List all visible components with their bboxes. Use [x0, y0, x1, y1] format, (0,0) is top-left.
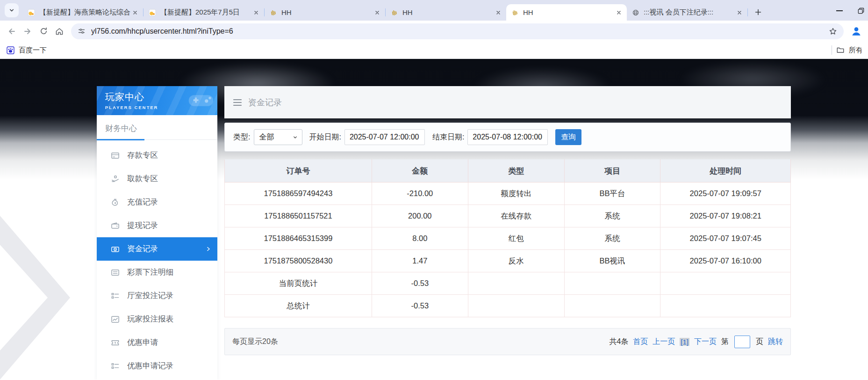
sidebar-item-promo-apply[interactable]: 优惠申请: [97, 331, 217, 354]
table-cell: 反水: [468, 250, 564, 272]
reload-button[interactable]: [36, 23, 51, 39]
sidebar-item-funds-record[interactable]: 资金记录: [97, 237, 217, 261]
table-cell: 2025-07-07 19:07:45: [660, 227, 791, 250]
sidebar-item-label: 厅室投注记录: [127, 291, 173, 301]
bookmark-star-button[interactable]: [826, 24, 840, 38]
tab-search-button[interactable]: [5, 3, 19, 17]
address-bar[interactable]: yl756.com/hhcp/usercenter.html?iniType=6: [71, 23, 844, 39]
browser-tab-2[interactable]: 【新提醒】2025年7月5日: [143, 4, 264, 21]
forum-favicon-icon: [149, 9, 156, 16]
type-select[interactable]: 全部: [254, 129, 302, 145]
sidebar-item-deposit[interactable]: 存款专区: [97, 144, 217, 167]
url-text[interactable]: yl756.com/hhcp/usercenter.html?iniType=6: [91, 27, 826, 36]
main-panel: 资金记录 类型: 全部 开始日期: 结束日期: 查询 订单号: [224, 86, 791, 355]
column-header: 金额: [372, 160, 468, 183]
back-button[interactable]: [4, 23, 20, 39]
bookmark-baidu[interactable]: 百度一下: [7, 46, 47, 55]
tab-separator: [747, 8, 748, 16]
profile-avatar[interactable]: [849, 24, 863, 38]
column-header: 项目: [564, 160, 660, 183]
table-cell: 2025-07-07 16:10:00: [660, 250, 791, 272]
start-date-input[interactable]: [344, 129, 425, 145]
browser-tab-5-active[interactable]: HH: [506, 4, 627, 21]
next-page-link[interactable]: 下一页: [694, 337, 717, 347]
sidebar-section-title: 财务中心: [97, 115, 217, 140]
forum-favicon-icon: [28, 9, 35, 16]
table-cell: 在线存款: [468, 205, 564, 227]
page-jump-input[interactable]: [734, 336, 750, 348]
pagination-controls: 共4条 首页 上一页 [1] 下一页 第 页 跳转: [609, 336, 783, 348]
end-date-input[interactable]: [467, 129, 548, 145]
query-button[interactable]: 查询: [555, 129, 581, 145]
table-cell: 1751875800528430: [225, 250, 372, 272]
tab-close-icon[interactable]: [252, 8, 260, 17]
first-page-link[interactable]: 首页: [633, 337, 648, 347]
table-cell: 1751886465315399: [225, 227, 372, 250]
sidebar-item-label: 取款专区: [127, 174, 158, 184]
bookmark-label: 百度一下: [19, 46, 47, 55]
browser-tab-6[interactable]: :::视讯 会员下注纪录:::: [627, 4, 747, 21]
all-bookmarks[interactable]: 所有书签: [832, 45, 861, 55]
baidu-paw-icon: [7, 46, 14, 54]
sidebar-item-label: 玩家投注报表: [127, 314, 173, 324]
browser-tab-1[interactable]: 【新提醒】海燕策略论坛综合: [22, 4, 143, 21]
page-header: 资金记录: [224, 86, 791, 118]
forward-button[interactable]: [20, 23, 36, 39]
ticket-icon: [111, 338, 120, 347]
table-body: 1751886597494243-210.00额度转出BB平台2025-07-0…: [225, 183, 791, 317]
table-cell: 200.00: [372, 205, 468, 227]
window-minimize-icon[interactable]: [836, 10, 843, 11]
tab-close-icon[interactable]: [615, 8, 623, 17]
browser-tab-bar: 【新提醒】海燕策略论坛综合 【新提醒】2025年7月5日 HH HH: [0, 0, 868, 21]
table-cell: 1751886597494243: [225, 183, 372, 205]
table-cell: -210.00: [372, 183, 468, 205]
table-cell: 2025-07-07 19:09:57: [660, 183, 791, 205]
table-row: 1751886597494243-210.00额度转出BB平台2025-07-0…: [225, 183, 791, 205]
table-cell: [564, 272, 660, 295]
home-button[interactable]: [51, 23, 67, 39]
sidebar-item-hall-bets[interactable]: 厅室投注记录: [97, 284, 217, 307]
sidebar-item-recharge-record[interactable]: 充值记录: [97, 190, 217, 214]
page-title: 资金记录: [248, 97, 282, 108]
moneybag-icon: [111, 198, 120, 207]
funds-icon: [111, 245, 120, 254]
window-restore-icon[interactable]: [858, 7, 864, 14]
table-cell: [564, 295, 660, 317]
sidebar-item-withdraw[interactable]: 取款专区: [97, 167, 217, 190]
sidebar-item-bet-report[interactable]: 玩家投注报表: [97, 307, 217, 331]
tab-title: 【新提醒】海燕策略论坛综合: [39, 8, 131, 17]
sidebar-item-promo-record[interactable]: 优惠申请记录: [97, 354, 217, 378]
reload-icon: [39, 27, 48, 36]
sidebar-item-label: 优惠申请: [127, 337, 158, 348]
window-controls: [836, 7, 868, 21]
table-row: 17518864653153998.00红包系统2025-07-07 19:07…: [225, 227, 791, 250]
tab-title: :::视讯 会员下注纪录:::: [644, 8, 735, 17]
sidebar-item-lottery-bets[interactable]: 彩票下注明细: [97, 261, 217, 284]
browser-tab-3[interactable]: HH: [265, 4, 385, 21]
hamburger-menu-icon[interactable]: [233, 99, 242, 106]
tab-close-icon[interactable]: [131, 8, 139, 17]
tab-close-icon[interactable]: [735, 8, 744, 17]
jump-link[interactable]: 跳转: [768, 337, 783, 347]
sidebar-item-label: 彩票下注明细: [127, 267, 173, 278]
table-cell: 系统: [564, 227, 660, 250]
table-cell: [468, 272, 564, 295]
column-header: 类型: [468, 160, 564, 183]
bookmarks-bar: 百度一下 所有书签: [0, 42, 868, 59]
tab-close-icon[interactable]: [373, 8, 381, 17]
start-date-label: 开始日期:: [309, 132, 341, 142]
table-cell: 红包: [468, 227, 564, 250]
home-icon: [55, 27, 64, 36]
tab-close-icon[interactable]: [494, 8, 502, 17]
gamepad-icon: [187, 91, 215, 110]
sidebar-item-withdraw-record[interactable]: 提现记录: [97, 214, 217, 237]
prev-page-link[interactable]: 上一页: [653, 337, 675, 347]
sidebar-menu: 存款专区 取款专区 充值记录 提现记录: [97, 140, 217, 378]
table-cell: [660, 272, 791, 295]
table-row: 当前页统计-0.53: [225, 272, 791, 295]
site-settings-icon[interactable]: [78, 27, 86, 35]
browser-tab-4[interactable]: HH: [386, 4, 506, 21]
sidebar-item-label: 资金记录: [127, 244, 158, 254]
new-tab-button[interactable]: [752, 6, 765, 19]
table-cell: [468, 295, 564, 317]
